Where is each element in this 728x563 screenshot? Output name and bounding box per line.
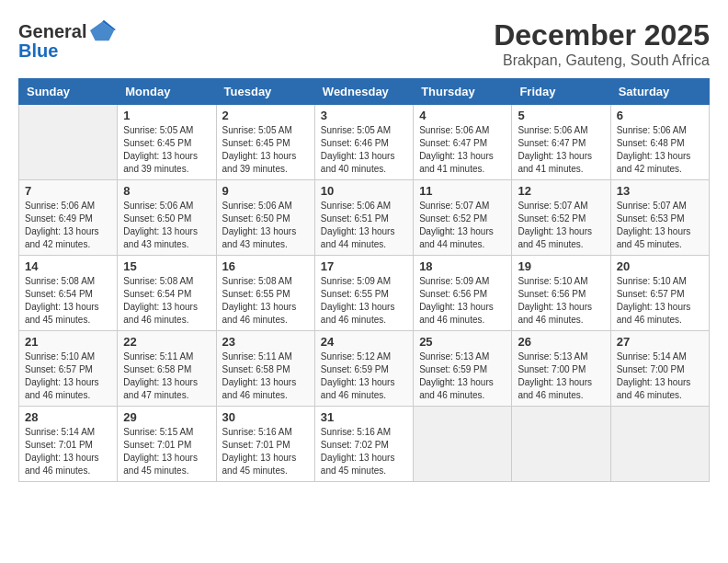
day-info: Sunrise: 5:16 AM Sunset: 7:02 PM Dayligh… [321, 426, 407, 477]
day-info: Sunrise: 5:08 AM Sunset: 6:55 PM Dayligh… [222, 275, 309, 327]
calendar-cell: 21Sunrise: 5:10 AM Sunset: 6:57 PM Dayli… [19, 331, 118, 407]
calendar-cell: 3Sunrise: 5:05 AM Sunset: 6:46 PM Daylig… [314, 105, 413, 180]
logo-icon [90, 18, 116, 44]
day-info: Sunrise: 5:05 AM Sunset: 6:45 PM Dayligh… [123, 124, 210, 176]
calendar-cell: 29Sunrise: 5:15 AM Sunset: 7:01 PM Dayli… [118, 407, 216, 482]
logo-blue: Blue [18, 40, 58, 62]
day-number: 25 [419, 335, 506, 349]
day-header-tuesday: Tuesday [216, 79, 314, 105]
day-info: Sunrise: 5:06 AM Sunset: 6:51 PM Dayligh… [321, 200, 407, 251]
calendar-week-row: 7Sunrise: 5:06 AM Sunset: 6:49 PM Daylig… [19, 180, 710, 256]
day-info: Sunrise: 5:15 AM Sunset: 7:01 PM Dayligh… [123, 426, 210, 477]
month-year-title: December 2025 [494, 18, 710, 52]
calendar-cell: 23Sunrise: 5:11 AM Sunset: 6:58 PM Dayli… [216, 331, 314, 407]
day-header-monday: Monday [118, 79, 216, 105]
page-header: General Blue December 2025 Brakpan, Gaut… [18, 18, 710, 69]
calendar-header-row: SundayMondayTuesdayWednesdayThursdayFrid… [19, 79, 710, 105]
day-info: Sunrise: 5:08 AM Sunset: 6:54 PM Dayligh… [25, 275, 111, 327]
day-header-sunday: Sunday [19, 79, 118, 105]
day-number: 8 [123, 184, 210, 198]
day-info: Sunrise: 5:06 AM Sunset: 6:50 PM Dayligh… [222, 200, 309, 251]
calendar-cell: 30Sunrise: 5:16 AM Sunset: 7:01 PM Dayli… [216, 407, 314, 482]
location-subtitle: Brakpan, Gauteng, South Africa [494, 52, 710, 69]
svg-marker-0 [90, 22, 114, 41]
day-info: Sunrise: 5:13 AM Sunset: 6:59 PM Dayligh… [419, 350, 506, 402]
calendar-week-row: 14Sunrise: 5:08 AM Sunset: 6:54 PM Dayli… [19, 256, 710, 331]
day-number: 6 [617, 109, 703, 122]
calendar-cell: 8Sunrise: 5:06 AM Sunset: 6:50 PM Daylig… [118, 180, 216, 256]
day-number: 22 [123, 335, 210, 349]
day-number: 24 [321, 335, 407, 349]
day-header-friday: Friday [512, 79, 610, 105]
calendar-cell: 2Sunrise: 5:05 AM Sunset: 6:45 PM Daylig… [216, 105, 314, 180]
calendar-cell [610, 407, 709, 482]
calendar-cell: 18Sunrise: 5:09 AM Sunset: 6:56 PM Dayli… [414, 256, 512, 331]
calendar-cell: 14Sunrise: 5:08 AM Sunset: 6:54 PM Dayli… [19, 256, 118, 331]
day-number: 16 [222, 259, 309, 273]
calendar-cell: 27Sunrise: 5:14 AM Sunset: 7:00 PM Dayli… [610, 331, 709, 407]
day-info: Sunrise: 5:06 AM Sunset: 6:48 PM Dayligh… [617, 124, 703, 176]
day-number: 18 [419, 259, 506, 273]
day-info: Sunrise: 5:11 AM Sunset: 6:58 PM Dayligh… [123, 350, 210, 402]
day-info: Sunrise: 5:06 AM Sunset: 6:47 PM Dayligh… [518, 124, 604, 176]
day-number: 30 [222, 410, 309, 424]
calendar-cell: 11Sunrise: 5:07 AM Sunset: 6:52 PM Dayli… [414, 180, 512, 256]
calendar-cell [19, 105, 118, 180]
day-info: Sunrise: 5:06 AM Sunset: 6:47 PM Dayligh… [419, 124, 506, 176]
calendar-table: SundayMondayTuesdayWednesdayThursdayFrid… [18, 78, 710, 482]
calendar-cell [512, 407, 610, 482]
day-info: Sunrise: 5:14 AM Sunset: 7:00 PM Dayligh… [617, 350, 703, 402]
day-number: 5 [518, 109, 604, 122]
day-number: 1 [123, 109, 210, 122]
day-number: 7 [25, 184, 111, 198]
day-info: Sunrise: 5:12 AM Sunset: 6:59 PM Dayligh… [321, 350, 407, 402]
calendar-cell: 22Sunrise: 5:11 AM Sunset: 6:58 PM Dayli… [118, 331, 216, 407]
calendar-cell: 25Sunrise: 5:13 AM Sunset: 6:59 PM Dayli… [414, 331, 512, 407]
title-section: December 2025 Brakpan, Gauteng, South Af… [494, 18, 710, 69]
day-number: 23 [222, 335, 309, 349]
day-number: 27 [617, 335, 703, 349]
calendar-cell: 31Sunrise: 5:16 AM Sunset: 7:02 PM Dayli… [314, 407, 413, 482]
day-number: 9 [222, 184, 309, 198]
day-info: Sunrise: 5:14 AM Sunset: 7:01 PM Dayligh… [25, 426, 111, 477]
calendar-cell: 7Sunrise: 5:06 AM Sunset: 6:49 PM Daylig… [19, 180, 118, 256]
day-info: Sunrise: 5:05 AM Sunset: 6:45 PM Dayligh… [222, 124, 309, 176]
calendar-cell: 13Sunrise: 5:07 AM Sunset: 6:53 PM Dayli… [610, 180, 709, 256]
day-info: Sunrise: 5:06 AM Sunset: 6:50 PM Dayligh… [123, 200, 210, 251]
day-info: Sunrise: 5:05 AM Sunset: 6:46 PM Dayligh… [321, 124, 407, 176]
day-info: Sunrise: 5:07 AM Sunset: 6:52 PM Dayligh… [518, 200, 604, 251]
day-number: 2 [222, 109, 309, 122]
calendar-cell: 20Sunrise: 5:10 AM Sunset: 6:57 PM Dayli… [610, 256, 709, 331]
day-number: 21 [25, 335, 111, 349]
logo: General Blue [18, 18, 116, 62]
day-info: Sunrise: 5:13 AM Sunset: 7:00 PM Dayligh… [518, 350, 604, 402]
day-number: 31 [321, 410, 407, 424]
calendar-cell: 24Sunrise: 5:12 AM Sunset: 6:59 PM Dayli… [314, 331, 413, 407]
day-info: Sunrise: 5:10 AM Sunset: 6:57 PM Dayligh… [25, 350, 111, 402]
day-info: Sunrise: 5:06 AM Sunset: 6:49 PM Dayligh… [25, 200, 111, 251]
day-number: 20 [617, 259, 703, 273]
day-number: 15 [123, 259, 210, 273]
day-info: Sunrise: 5:10 AM Sunset: 6:56 PM Dayligh… [518, 275, 604, 327]
calendar-cell: 6Sunrise: 5:06 AM Sunset: 6:48 PM Daylig… [610, 105, 709, 180]
calendar-cell: 9Sunrise: 5:06 AM Sunset: 6:50 PM Daylig… [216, 180, 314, 256]
day-info: Sunrise: 5:16 AM Sunset: 7:01 PM Dayligh… [222, 426, 309, 477]
calendar-cell: 5Sunrise: 5:06 AM Sunset: 6:47 PM Daylig… [512, 105, 610, 180]
day-info: Sunrise: 5:07 AM Sunset: 6:52 PM Dayligh… [419, 200, 506, 251]
calendar-cell: 15Sunrise: 5:08 AM Sunset: 6:54 PM Dayli… [118, 256, 216, 331]
day-info: Sunrise: 5:07 AM Sunset: 6:53 PM Dayligh… [617, 200, 703, 251]
day-number: 14 [25, 259, 111, 273]
day-info: Sunrise: 5:09 AM Sunset: 6:55 PM Dayligh… [321, 275, 407, 327]
day-info: Sunrise: 5:10 AM Sunset: 6:57 PM Dayligh… [617, 275, 703, 327]
day-info: Sunrise: 5:08 AM Sunset: 6:54 PM Dayligh… [123, 275, 210, 327]
day-number: 3 [321, 109, 407, 122]
calendar-cell [414, 407, 512, 482]
calendar-cell: 26Sunrise: 5:13 AM Sunset: 7:00 PM Dayli… [512, 331, 610, 407]
calendar-cell: 16Sunrise: 5:08 AM Sunset: 6:55 PM Dayli… [216, 256, 314, 331]
calendar-week-row: 21Sunrise: 5:10 AM Sunset: 6:57 PM Dayli… [19, 331, 710, 407]
day-number: 26 [518, 335, 604, 349]
calendar-cell: 1Sunrise: 5:05 AM Sunset: 6:45 PM Daylig… [118, 105, 216, 180]
day-number: 19 [518, 259, 604, 273]
day-number: 13 [617, 184, 703, 198]
day-number: 10 [321, 184, 407, 198]
